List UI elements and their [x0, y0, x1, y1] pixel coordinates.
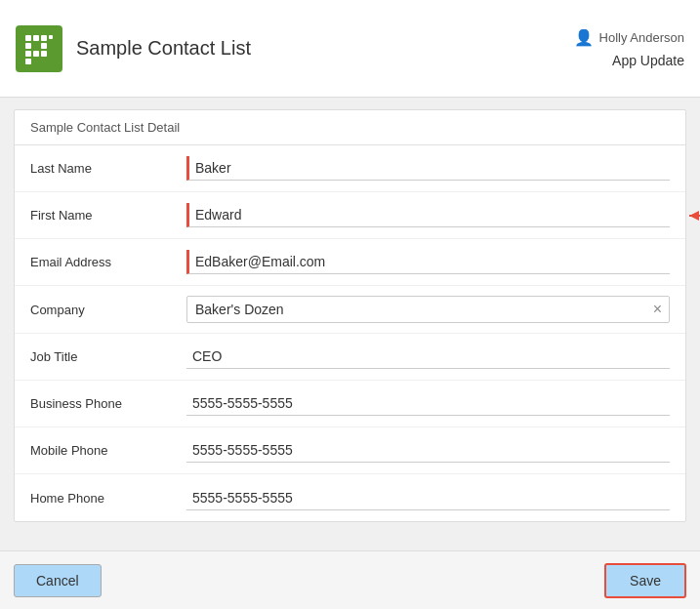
label-business-phone: Business Phone	[30, 396, 186, 411]
label-last-name: Last Name	[30, 161, 186, 176]
arrow-annotation	[689, 215, 700, 217]
input-email[interactable]	[186, 250, 670, 274]
svg-rect-4	[41, 43, 47, 49]
input-mobile-phone[interactable]	[186, 438, 670, 463]
input-first-name[interactable]	[186, 203, 670, 227]
field-mobile-phone	[186, 438, 670, 463]
svg-rect-7	[41, 51, 47, 57]
first-name-arrow-container	[186, 203, 670, 227]
form-row-job-title: Job Title	[15, 334, 685, 381]
svg-rect-6	[33, 51, 39, 57]
field-business-phone	[186, 391, 670, 416]
input-business-phone[interactable]	[186, 391, 670, 416]
svg-rect-0	[25, 35, 31, 41]
app-title: Sample Contact List	[76, 37, 251, 60]
label-first-name: First Name	[30, 208, 186, 223]
form-section-title: Sample Contact List Detail	[15, 110, 685, 145]
arrow-head	[689, 211, 699, 221]
clear-company-button[interactable]: ×	[649, 300, 666, 319]
k2-logo	[16, 25, 62, 72]
save-button[interactable]: Save	[604, 563, 686, 598]
arrow-line	[689, 215, 700, 217]
field-home-phone	[186, 486, 670, 510]
label-email: Email Address	[30, 255, 186, 269]
svg-rect-8	[25, 59, 31, 64]
user-name: Holly Anderson	[599, 30, 684, 45]
cancel-button[interactable]: Cancel	[14, 564, 102, 597]
svg-rect-5	[25, 51, 31, 57]
field-email	[186, 250, 670, 274]
input-last-name[interactable]	[186, 156, 670, 181]
svg-rect-2	[41, 35, 47, 41]
label-job-title: Job Title	[30, 349, 186, 364]
input-home-phone[interactable]	[186, 486, 670, 510]
input-job-title[interactable]	[186, 345, 670, 369]
form-row-last-name: Last Name	[15, 145, 685, 192]
svg-rect-1	[33, 35, 39, 41]
svg-rect-3	[25, 43, 31, 49]
form-row-first-name: First Name	[15, 192, 685, 239]
field-company: ×	[186, 296, 670, 323]
user-info: 👤 Holly Anderson	[574, 28, 684, 47]
form-card: Sample Contact List Detail Last Name Fir…	[14, 109, 686, 522]
footer: Cancel Save	[0, 550, 700, 609]
app-update-link[interactable]: App Update	[612, 53, 684, 68]
label-mobile-phone: Mobile Phone	[30, 443, 186, 458]
label-home-phone: Home Phone	[30, 491, 186, 506]
app-header: Sample Contact List 👤 Holly Anderson App…	[0, 0, 700, 98]
form-row-mobile-phone: Mobile Phone	[15, 427, 685, 474]
field-last-name	[186, 156, 670, 181]
field-first-name	[186, 203, 670, 227]
form-row-email: Email Address	[15, 239, 685, 286]
form-row-company: Company ×	[15, 286, 685, 334]
input-company[interactable]	[186, 296, 670, 323]
label-company: Company	[30, 303, 186, 317]
field-job-title	[186, 345, 670, 369]
svg-rect-9	[49, 35, 53, 39]
user-icon: 👤	[574, 28, 594, 47]
form-row-home-phone: Home Phone	[15, 474, 685, 521]
header-left: Sample Contact List	[16, 25, 251, 72]
main-content: Sample Contact List Detail Last Name Fir…	[0, 98, 700, 550]
header-right: 👤 Holly Anderson App Update	[574, 28, 684, 68]
app-container: Sample Contact List 👤 Holly Anderson App…	[0, 0, 700, 609]
form-row-business-phone: Business Phone	[15, 381, 685, 427]
